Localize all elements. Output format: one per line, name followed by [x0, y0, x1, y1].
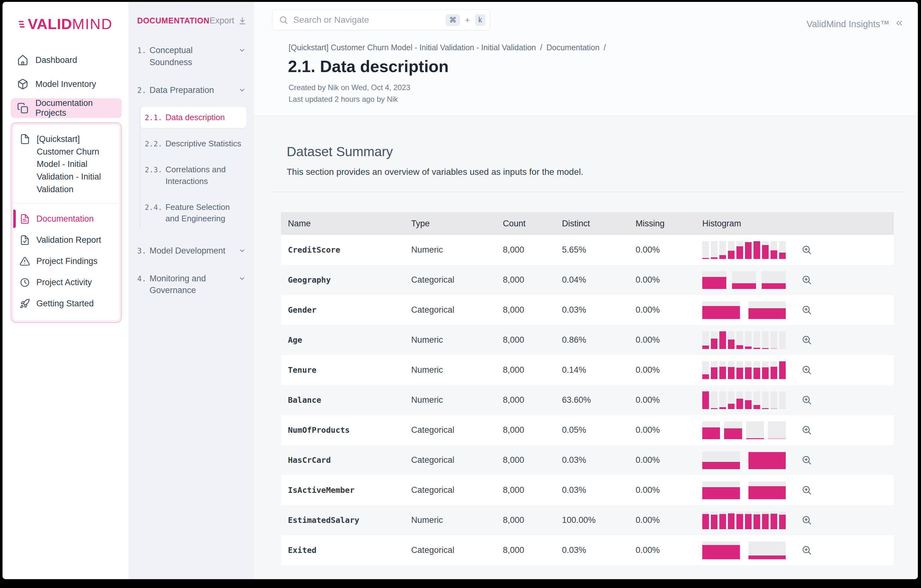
histogram-bar	[762, 367, 769, 379]
cell-name: CreditScore	[288, 245, 411, 254]
zoom-histogram-button[interactable]	[801, 365, 812, 376]
doc-section-monitoring-and-governance[interactable]: 4.Monitoring and Governance	[137, 273, 247, 297]
zoom-in-icon	[801, 334, 812, 345]
cell-name: EstimatedSalary	[288, 516, 411, 525]
histogram-track	[719, 331, 726, 349]
zoom-histogram-button[interactable]	[801, 394, 812, 406]
histogram-track	[736, 511, 743, 529]
section-heading: Dataset Summary	[287, 144, 918, 159]
breadcrumb-project[interactable]: [Quickstart] Customer Churn Model - Init…	[288, 43, 536, 52]
histogram-track	[736, 362, 743, 379]
histogram-bar	[749, 308, 786, 319]
histogram-bar	[745, 347, 752, 349]
histogram-track	[753, 241, 760, 259]
zoom-histogram-button[interactable]	[801, 454, 812, 466]
project-item-getting-started[interactable]: Getting Started	[13, 293, 119, 314]
sidebar-item-model-inventory[interactable]: Model Inventory	[11, 74, 122, 94]
histogram-track	[771, 241, 777, 259]
histogram-track	[702, 391, 709, 409]
section-divider	[272, 192, 904, 192]
histogram-track	[728, 511, 734, 529]
histogram-bar	[719, 255, 726, 259]
table-row: GenderCategorical8,0000.03%0.00%	[281, 295, 894, 325]
doc-subsection-data-description[interactable]: 2.1.Data description	[140, 107, 247, 128]
cell-missing: 0.00%	[636, 485, 702, 495]
created-by: Created by Nik on Wed, Oct 4, 2023	[288, 81, 904, 93]
doc-section-conceptual-soundness[interactable]: 1.Conceptual Soundness	[137, 45, 247, 68]
histogram-bar	[728, 339, 734, 349]
breadcrumb-documentation[interactable]: Documentation	[547, 43, 600, 52]
histogram-track	[749, 301, 786, 319]
histogram-track	[746, 422, 764, 439]
zoom-histogram-button[interactable]	[801, 244, 812, 256]
zoom-histogram-button[interactable]	[801, 485, 812, 496]
histogram-bar	[711, 515, 718, 529]
zoom-histogram-button[interactable]	[801, 305, 812, 316]
doc-subsection-descriptive-statistics[interactable]: 2.2.Descriptive Statistics	[140, 133, 247, 154]
validmind-logo[interactable]: VALIDMIND	[18, 15, 122, 33]
project-title-item[interactable]: [Quickstart] Customer Churn Model - Init…	[13, 125, 119, 204]
histogram-track	[702, 422, 720, 439]
zoom-in-icon	[801, 454, 812, 465]
histogram-track	[745, 511, 752, 529]
chevron-down-icon	[238, 247, 246, 254]
histogram-track	[771, 331, 777, 349]
project-item-label: Project Findings	[36, 256, 98, 266]
histogram-track	[771, 511, 777, 529]
cell-name: HasCrCard	[288, 456, 411, 465]
doc-subsection-correlations-and-interactions[interactable]: 2.3.Correlations and Interactions	[140, 159, 247, 192]
cell-missing: 0.00%	[636, 515, 702, 525]
doc-section-model-development[interactable]: 3.Model Development	[137, 245, 247, 257]
cell-count: 8,000	[503, 455, 562, 465]
zoom-in-icon	[801, 485, 812, 495]
table-row: CreditScoreNumeric8,0005.65%0.00%	[281, 235, 894, 265]
zoom-histogram-button[interactable]	[801, 425, 812, 436]
doc-tree: 1.Conceptual Soundness2.Data Preparation…	[137, 45, 247, 296]
cell-missing: 0.00%	[636, 455, 702, 465]
sidebar-item-dashboard[interactable]: Dashboard	[11, 50, 122, 70]
collapse-panel-button[interactable]	[895, 18, 904, 30]
project-item-documentation[interactable]: Documentation	[13, 208, 119, 229]
zoom-histogram-button[interactable]	[801, 274, 812, 286]
search-input[interactable]: Search or Navigate ⌘ + k	[272, 10, 490, 30]
doc-section-data-preparation[interactable]: 2.Data Preparation	[137, 85, 247, 96]
cell-count: 8,000	[503, 275, 562, 285]
histogram-track	[753, 391, 760, 409]
histogram-bar	[728, 513, 734, 529]
project-item-validation-report[interactable]: Validation Report	[13, 230, 119, 250]
zoom-histogram-button[interactable]	[801, 334, 812, 346]
zoom-histogram-button[interactable]	[801, 515, 812, 526]
column-header-count: Count	[503, 219, 562, 228]
histogram-bar	[724, 428, 742, 439]
histogram-bar	[736, 246, 743, 259]
histogram-track	[749, 482, 786, 499]
sidebar-item-documentation-projects[interactable]: Documentation Projects	[11, 98, 122, 118]
histogram-bar	[702, 487, 740, 499]
cell-distinct: 0.03%	[562, 545, 636, 555]
main-area: Search or Navigate ⌘ + k ValidMind Insig…	[254, 2, 918, 579]
histogram-bar	[768, 438, 786, 439]
zoom-in-icon	[801, 425, 812, 435]
histogram-track	[702, 451, 740, 469]
cell-count: 8,000	[503, 515, 562, 525]
histogram-bar	[746, 438, 764, 439]
project-item-label: Getting Started	[36, 299, 94, 309]
chevron-down-icon	[238, 86, 246, 94]
table-row: NumOfProductsCategorical8,0000.05%0.00%	[281, 415, 894, 445]
histogram-bar	[719, 514, 726, 529]
histogram-track	[762, 241, 769, 259]
home-icon	[17, 54, 28, 66]
project-item-project-findings[interactable]: Project Findings	[13, 251, 119, 271]
zoom-in-icon	[801, 365, 812, 375]
doc-subsection-feature-selection-and-engineering[interactable]: 2.4.Feature Selection and Engineering	[140, 197, 247, 229]
export-button[interactable]: Export	[210, 16, 247, 26]
histogram-bar	[702, 277, 726, 289]
histogram-track	[719, 241, 726, 259]
zoom-histogram-button[interactable]	[801, 545, 812, 556]
project-item-project-activity[interactable]: Project Activity	[13, 272, 119, 292]
cell-missing: 0.00%	[636, 545, 702, 555]
cell-type: Categorical	[411, 455, 503, 465]
logo-text: VALIDMIND	[28, 15, 112, 33]
doc-subsection-label: Feature Selection and Engineering	[165, 201, 242, 225]
cell-type: Categorical	[411, 485, 503, 495]
